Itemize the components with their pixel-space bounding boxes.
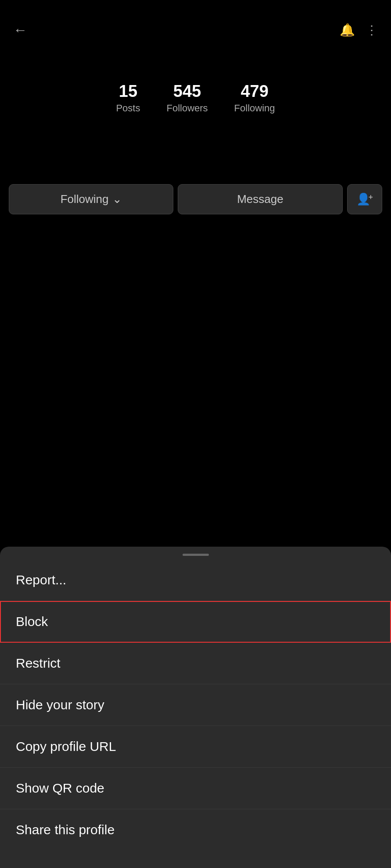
report-label: Report... bbox=[16, 573, 66, 587]
more-options-icon[interactable]: ⋮ bbox=[366, 23, 378, 37]
posts-stat[interactable]: 15 Posts bbox=[116, 82, 140, 114]
followers-label: Followers bbox=[166, 103, 208, 114]
bottom-sheet: Report... Block Restrict Hide your story… bbox=[0, 547, 391, 868]
following-button[interactable]: Following ⌄ bbox=[9, 184, 173, 214]
following-stat[interactable]: 479 Following bbox=[234, 82, 275, 114]
sheet-item-block[interactable]: Block bbox=[0, 601, 391, 643]
share-profile-label: Share this profile bbox=[16, 822, 115, 837]
sheet-item-hide-story[interactable]: Hide your story bbox=[0, 684, 391, 726]
hide-story-label: Hide your story bbox=[16, 697, 104, 712]
sheet-item-show-qr[interactable]: Show QR code bbox=[0, 768, 391, 809]
copy-url-label: Copy profile URL bbox=[16, 739, 116, 754]
add-person-button[interactable]: 👤 + bbox=[347, 184, 383, 214]
followers-stat[interactable]: 545 Followers bbox=[166, 82, 208, 114]
posts-label: Posts bbox=[116, 103, 140, 114]
sheet-item-share-profile[interactable]: Share this profile bbox=[0, 809, 391, 850]
back-icon[interactable]: ← bbox=[13, 22, 27, 38]
following-label: Following bbox=[234, 103, 275, 114]
add-icon: + bbox=[369, 193, 373, 202]
sheet-item-restrict[interactable]: Restrict bbox=[0, 643, 391, 684]
handle-bar bbox=[183, 554, 209, 556]
chevron-down-icon: ⌄ bbox=[112, 192, 122, 206]
message-button[interactable]: Message bbox=[178, 184, 342, 214]
message-button-label: Message bbox=[237, 192, 283, 206]
restrict-label: Restrict bbox=[16, 656, 61, 670]
following-button-label: Following bbox=[61, 192, 109, 206]
posts-count: 15 bbox=[119, 82, 137, 101]
top-nav: ← 🔔 ⋮ bbox=[0, 0, 391, 47]
sheet-item-copy-url[interactable]: Copy profile URL bbox=[0, 726, 391, 768]
followers-count: 545 bbox=[173, 82, 201, 101]
show-qr-label: Show QR code bbox=[16, 781, 104, 795]
stats-row: 15 Posts 545 Followers 479 Following bbox=[0, 47, 391, 132]
nav-right: 🔔 ⋮ bbox=[340, 23, 378, 37]
action-buttons: Following ⌄ Message 👤 + bbox=[0, 132, 391, 232]
bell-icon[interactable]: 🔔 bbox=[340, 23, 355, 37]
sheet-item-report[interactable]: Report... bbox=[0, 559, 391, 601]
following-count: 479 bbox=[240, 82, 268, 101]
block-label: Block bbox=[16, 614, 48, 629]
sheet-handle bbox=[0, 547, 391, 559]
